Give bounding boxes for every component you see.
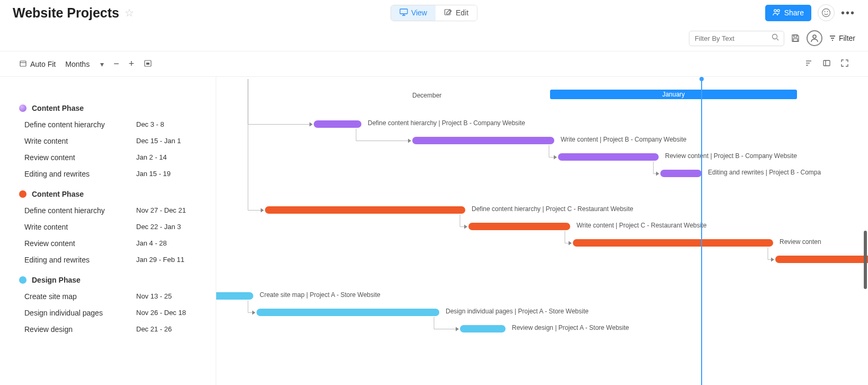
people-icon bbox=[773, 8, 781, 18]
timeline-row: Review design | Project A - Store Websit… bbox=[216, 321, 868, 337]
calendar-fit-icon bbox=[19, 59, 27, 69]
task-dates: Jan 2 - 14 bbox=[136, 153, 210, 161]
timeline-row: Create site map | Project A - Store Webs… bbox=[216, 288, 868, 304]
view-label: View bbox=[411, 8, 427, 17]
user-avatar-icon[interactable] bbox=[807, 30, 822, 46]
search-icon[interactable] bbox=[772, 33, 779, 43]
task-name: Editing and rewrites bbox=[24, 170, 136, 178]
svg-line-10 bbox=[777, 39, 778, 40]
phase-name: Content Phase bbox=[32, 104, 84, 112]
chevron-down-icon: ▾ bbox=[100, 60, 104, 68]
timeline-row: Review content | Project B - Company Web… bbox=[216, 149, 868, 165]
task-row[interactable]: Define content hierarchyDec 3 - 8 bbox=[19, 116, 210, 133]
save-icon[interactable] bbox=[791, 33, 800, 43]
gantt-toolbar: Auto Fit Months ▾ − + bbox=[0, 51, 868, 76]
task-dates: Nov 13 - 25 bbox=[136, 292, 210, 300]
svg-rect-20 bbox=[146, 63, 149, 65]
task-row[interactable]: Review contentJan 4 - 28 bbox=[19, 235, 210, 251]
sort-icon[interactable] bbox=[804, 59, 813, 69]
edit-label: Edit bbox=[456, 8, 468, 17]
timeline-rows: Define content hierarchy | Project B - C… bbox=[216, 100, 868, 337]
task-row[interactable]: Editing and rewritesJan 15 - 19 bbox=[19, 165, 210, 182]
svg-point-8 bbox=[827, 11, 828, 12]
svg-rect-0 bbox=[400, 9, 408, 14]
fullscreen-icon[interactable] bbox=[840, 59, 849, 69]
share-button[interactable]: Share bbox=[765, 5, 811, 21]
task-dates: Dec 3 - 8 bbox=[136, 120, 210, 128]
filter-button[interactable]: Filter bbox=[829, 34, 855, 42]
task-row[interactable]: Write contentDec 22 - Jan 3 bbox=[19, 218, 210, 235]
smiley-icon[interactable] bbox=[818, 4, 835, 21]
task-dates: Dec 15 - Jan 1 bbox=[136, 137, 210, 145]
task-row[interactable]: Review contentJan 2 - 14 bbox=[19, 149, 210, 165]
view-mode-button[interactable]: View bbox=[391, 5, 436, 21]
timeline-row: Design individual pages | Project A - St… bbox=[216, 304, 868, 321]
task-name: Review design bbox=[24, 325, 136, 334]
task-row[interactable]: Review designDec 21 - 26 bbox=[19, 321, 210, 337]
today-icon[interactable] bbox=[144, 59, 152, 69]
svg-rect-24 bbox=[823, 60, 830, 66]
gantt-bar[interactable] bbox=[265, 206, 465, 214]
task-row[interactable]: Write contentDec 15 - Jan 1 bbox=[19, 133, 210, 149]
gantt-bar-label: Define content hierarchy | Project B - C… bbox=[368, 119, 525, 127]
phase-color-dot bbox=[19, 276, 26, 284]
gantt-bar[interactable] bbox=[256, 309, 439, 316]
svg-rect-17 bbox=[20, 61, 26, 66]
task-row[interactable]: Create site mapNov 13 - 25 bbox=[19, 288, 210, 304]
scale-label: Months bbox=[65, 60, 90, 68]
gantt-bar[interactable] bbox=[573, 239, 773, 247]
app-header: Website Projects ☆ View Edit Share ••• bbox=[0, 0, 868, 25]
gantt-bar[interactable] bbox=[660, 170, 702, 177]
task-name: Review content bbox=[24, 239, 136, 248]
secondary-toolbar: Filter bbox=[0, 25, 868, 51]
timeline-panel[interactable]: December January Define content hierarch… bbox=[216, 77, 868, 385]
panel-toggle-icon[interactable] bbox=[822, 59, 831, 69]
gantt-bar[interactable] bbox=[412, 137, 554, 144]
pencil-page-icon bbox=[444, 8, 453, 18]
gantt-bar[interactable] bbox=[460, 325, 506, 332]
phase-name: Design Phase bbox=[32, 276, 81, 284]
phase-header[interactable]: Content Phase bbox=[19, 186, 210, 202]
gantt-bar-label: Review content | Project B - Company Web… bbox=[665, 152, 797, 160]
task-row[interactable]: Editing and rewritesJan 29 - Feb 11 bbox=[19, 251, 210, 268]
task-name: Create site map bbox=[24, 292, 136, 301]
gantt-bar[interactable] bbox=[314, 120, 361, 128]
phase-header[interactable]: Content Phase bbox=[19, 100, 210, 116]
phase-name: Content Phase bbox=[32, 190, 84, 198]
scale-dropdown[interactable]: Months ▾ bbox=[65, 60, 104, 68]
auto-fit-button[interactable]: Auto Fit bbox=[19, 59, 56, 69]
gantt-bar[interactable] bbox=[775, 256, 868, 263]
task-name: Editing and rewrites bbox=[24, 256, 136, 264]
favorite-star-icon[interactable]: ☆ bbox=[125, 6, 134, 19]
task-row[interactable]: Design individual pagesNov 26 - Dec 18 bbox=[19, 304, 210, 321]
edit-mode-button[interactable]: Edit bbox=[436, 5, 477, 21]
task-dates: Jan 29 - Feb 11 bbox=[136, 256, 210, 264]
page-title: Website Projects bbox=[13, 5, 119, 21]
task-dates: Dec 21 - 26 bbox=[136, 325, 210, 333]
view-edit-toggle: View Edit bbox=[391, 5, 477, 21]
filter-text-input[interactable] bbox=[689, 31, 784, 46]
svg-point-5 bbox=[777, 9, 779, 11]
gantt-bar[interactable] bbox=[558, 153, 659, 161]
svg-point-7 bbox=[824, 11, 825, 12]
zoom-in-button[interactable]: + bbox=[129, 58, 135, 69]
timeline-row: Review conten bbox=[216, 235, 868, 251]
timeline-row: Define content hierarchy | Project B - C… bbox=[216, 116, 868, 133]
task-name: Define content hierarchy bbox=[24, 206, 136, 215]
gantt-bar[interactable] bbox=[468, 223, 570, 230]
task-dates: Nov 26 - Dec 18 bbox=[136, 309, 210, 317]
auto-fit-label: Auto Fit bbox=[30, 60, 56, 68]
task-row[interactable]: Define content hierarchyNov 27 - Dec 21 bbox=[19, 202, 210, 218]
scrollbar-thumb[interactable] bbox=[864, 231, 867, 289]
task-dates: Jan 4 - 28 bbox=[136, 239, 210, 247]
gantt-bar-label: Review design | Project A - Store Websit… bbox=[512, 324, 629, 331]
more-menu-icon[interactable]: ••• bbox=[841, 7, 855, 19]
task-name: Define content hierarchy bbox=[24, 120, 136, 129]
zoom-out-button[interactable]: − bbox=[113, 58, 119, 69]
gantt-bar-label: Editing and rewrites | Project B - Compa bbox=[708, 169, 821, 176]
phase-header[interactable]: Design Phase bbox=[19, 272, 210, 288]
svg-rect-11 bbox=[794, 35, 797, 37]
gantt-bar[interactable] bbox=[216, 292, 253, 300]
task-name: Write content bbox=[24, 137, 136, 145]
share-label: Share bbox=[784, 8, 804, 17]
